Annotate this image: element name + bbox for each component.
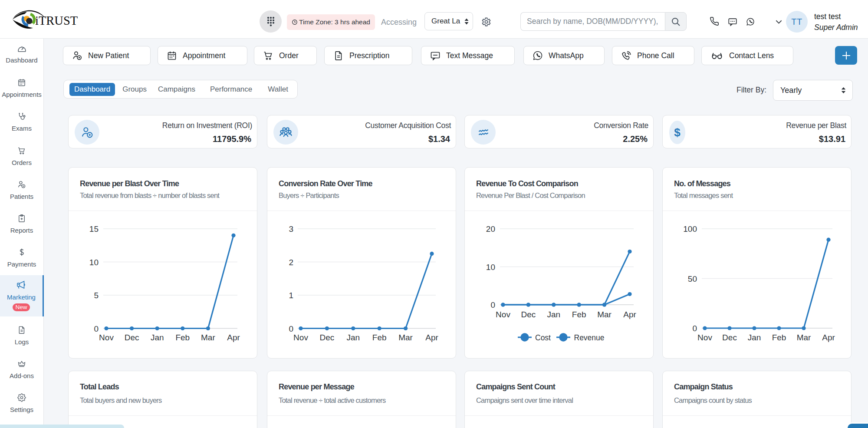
svg-text:Revenue: Revenue [574, 333, 605, 342]
svg-text:Nov: Nov [496, 310, 510, 319]
svg-text:5: 5 [94, 291, 99, 300]
svg-text:Dec: Dec [722, 333, 737, 342]
svg-text:10: 10 [89, 258, 99, 267]
svg-text:Dec: Dec [125, 333, 139, 342]
svg-text:Dec: Dec [320, 333, 335, 342]
svg-text:Apr: Apr [822, 333, 835, 342]
svg-text:0: 0 [94, 324, 99, 333]
svg-text:Mar: Mar [597, 310, 612, 319]
svg-text:50: 50 [688, 274, 697, 283]
svg-text:Mar: Mar [398, 333, 413, 342]
svg-text:0: 0 [692, 324, 697, 333]
svg-text:1: 1 [289, 291, 293, 300]
svg-text:Cost: Cost [535, 333, 551, 342]
svg-text:Apr: Apr [227, 333, 240, 342]
svg-text:Jan: Jan [748, 333, 761, 342]
svg-text:Jan: Jan [547, 310, 560, 319]
svg-text:100: 100 [683, 224, 697, 234]
svg-text:Feb: Feb [772, 333, 786, 342]
svg-text:Apr: Apr [425, 333, 438, 342]
svg-text:0: 0 [289, 324, 293, 333]
svg-text:Dec: Dec [521, 310, 536, 319]
svg-text:Feb: Feb [175, 333, 190, 342]
svg-text:Mar: Mar [797, 333, 811, 342]
svg-text:2: 2 [289, 258, 293, 267]
svg-text:10: 10 [486, 263, 495, 272]
svg-text:15: 15 [89, 224, 99, 234]
svg-text:Feb: Feb [572, 310, 586, 319]
svg-text:Feb: Feb [372, 333, 387, 342]
svg-text:Nov: Nov [293, 333, 308, 342]
svg-text:Jan: Jan [346, 333, 360, 342]
svg-text:Nov: Nov [697, 333, 712, 342]
svg-text:20: 20 [486, 224, 495, 234]
svg-text:0: 0 [490, 300, 495, 309]
svg-text:Jan: Jan [151, 333, 164, 342]
svg-text:Nov: Nov [99, 333, 114, 342]
svg-text:Mar: Mar [201, 333, 215, 342]
svg-text:3: 3 [289, 224, 293, 234]
svg-text:Apr: Apr [623, 310, 636, 319]
